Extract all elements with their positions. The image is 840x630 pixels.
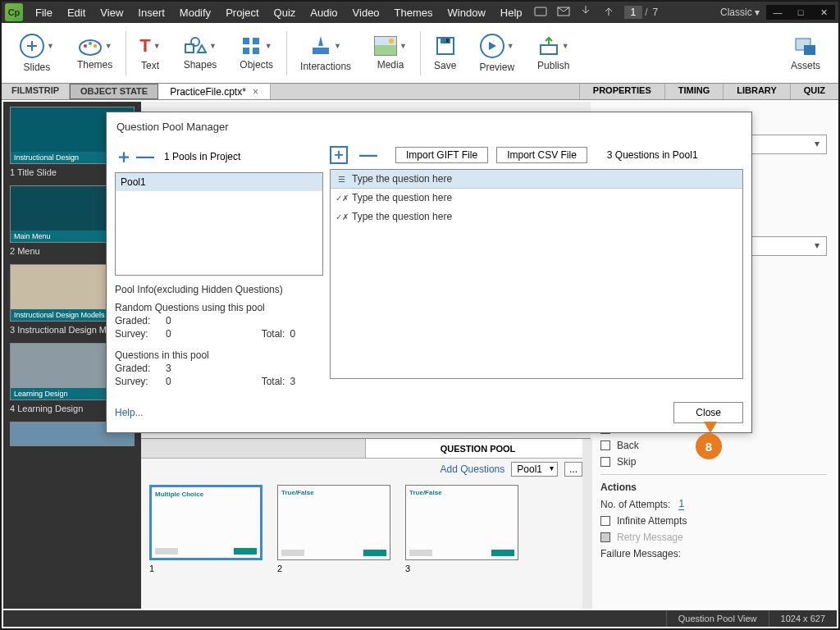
menu-project[interactable]: Project (218, 7, 266, 19)
svg-rect-18 (804, 45, 815, 55)
question-count-label: 3 Questions in Pool1 (607, 149, 698, 161)
menu-video[interactable]: Video (345, 7, 387, 19)
svg-rect-8 (243, 38, 249, 44)
page-current[interactable]: 1 (624, 6, 643, 19)
pool-row[interactable]: Pool1 (116, 173, 322, 191)
tab-timeline[interactable] (141, 439, 366, 458)
svg-rect-9 (253, 38, 259, 44)
menu-insert[interactable]: Insert (130, 7, 172, 19)
pool-count-label: 1 Pools in Project (164, 151, 240, 162)
ribbon-objects[interactable]: ▼ Objects (228, 27, 285, 80)
tab-object-state[interactable]: OBJECT STATE (70, 84, 158, 99)
question-row[interactable]: ☰Type the question here (331, 170, 742, 189)
pool-more-button[interactable]: ... (564, 462, 582, 477)
list-icon: ☰ (336, 175, 347, 184)
question-list[interactable]: ☰Type the question here ✓✗Type the quest… (330, 169, 743, 379)
bottom-dock: QUESTION POOL Add Questions Pool1 ... Mu… (141, 438, 591, 609)
ribbon-slides[interactable]: ▼ Slides (8, 27, 66, 80)
sync-icon[interactable] (534, 5, 549, 20)
ribbon-assets[interactable]: Assets (779, 27, 832, 80)
workspace-selector[interactable]: Classic ▾ (720, 7, 760, 18)
ribbon-interactions-label: Interactions (300, 61, 351, 72)
svg-rect-14 (441, 38, 450, 43)
ribbon-preview-label: Preview (479, 62, 514, 73)
menu-modify[interactable]: Modify (172, 7, 218, 19)
ribbon-publish-label: Publish (537, 60, 569, 71)
ribbon-shapes[interactable]: ▼ Shapes (172, 27, 229, 80)
svg-rect-11 (253, 48, 259, 54)
menu-view[interactable]: View (93, 7, 130, 19)
question-row[interactable]: ✓✗Type the question here (331, 208, 742, 226)
svg-rect-15 (446, 39, 449, 43)
minimize-button[interactable]: — (766, 5, 789, 20)
plus-circle-icon (20, 34, 44, 58)
ribbon-media-label: Media (377, 59, 404, 71)
app-logo: Cp (5, 3, 23, 21)
close-file-icon[interactable]: × (253, 86, 258, 98)
menu-file[interactable]: File (28, 7, 60, 19)
menu-themes[interactable]: Themes (387, 7, 441, 19)
maximize-button[interactable]: □ (789, 5, 812, 20)
svg-rect-12 (313, 48, 329, 54)
help-link[interactable]: Help... (115, 407, 144, 418)
close-button[interactable]: Close (673, 402, 743, 423)
ribbon-media[interactable]: ▼ Media (363, 27, 418, 80)
chk-infinite[interactable]: Infinite Attempts (600, 515, 827, 527)
menu-audio[interactable]: Audio (303, 7, 345, 19)
add-question-button[interactable]: ＋ (330, 146, 348, 164)
dialog-title: Question Pool Manager (107, 112, 751, 141)
ribbon-preview[interactable]: ▼ Preview (468, 27, 526, 80)
save-icon (435, 35, 456, 57)
page-total: 7 (653, 7, 659, 18)
question-thumb-1[interactable]: Multiple Choice 1 (149, 485, 262, 573)
add-pool-button[interactable]: ＋ (115, 144, 133, 169)
play-icon (480, 34, 504, 58)
tab-filmstrip[interactable]: FILMSTRIP (2, 84, 70, 99)
question-row[interactable]: ✓✗Type the question here (331, 189, 742, 208)
text-icon: T (139, 35, 150, 57)
checks-icon: ✓✗ (336, 194, 347, 203)
step-number: 8 (696, 433, 722, 459)
pool-selector[interactable]: Pool1 (511, 462, 558, 477)
tab-question-pool[interactable]: QUESTION POOL (366, 439, 591, 458)
ribbon-objects-label: Objects (240, 59, 273, 71)
scrollbar[interactable] (582, 439, 592, 609)
menu-help[interactable]: Help (493, 7, 530, 19)
ribbon-interactions[interactable]: ▼ Interactions (289, 27, 363, 80)
ribbon-text[interactable]: T▼ Text (128, 27, 171, 80)
attempts-value[interactable]: 1 (678, 498, 684, 510)
close-window-button[interactable]: ✕ (812, 5, 835, 20)
shapes-icon (184, 36, 207, 56)
remove-question-button[interactable]: — (359, 144, 377, 166)
ribbon-text-label: Text (141, 60, 159, 71)
menu-edit[interactable]: Edit (60, 7, 93, 19)
menu-quiz[interactable]: Quiz (267, 7, 304, 19)
pool-list[interactable]: Pool1 (115, 172, 323, 276)
ribbon-save[interactable]: Save (422, 27, 468, 80)
failure-label: Failure Messages: (600, 548, 827, 559)
ribbon-publish[interactable]: ▼ Publish (526, 27, 581, 80)
import-gift-button[interactable]: Import GIFT File (395, 147, 488, 163)
menu-window[interactable]: Window (441, 7, 493, 19)
svg-point-7 (191, 38, 199, 46)
ribbon-themes-label: Themes (77, 59, 112, 71)
download-icon[interactable] (580, 5, 595, 20)
palette-icon (78, 36, 103, 56)
svg-rect-10 (243, 48, 249, 54)
tab-file[interactable]: PracticeFile.cptx*× (158, 84, 271, 99)
add-questions-link[interactable]: Add Questions (441, 463, 505, 475)
chk-retry: Retry Message (600, 532, 827, 543)
remove-pool-button[interactable]: — (136, 146, 154, 167)
ribbon-themes[interactable]: ▼ Themes (66, 27, 124, 80)
question-thumb-2[interactable]: True/False 2 (277, 485, 390, 573)
import-csv-button[interactable]: Import CSV File (496, 147, 587, 163)
mail-icon[interactable] (557, 5, 572, 20)
thumb-caption: 2 (277, 564, 390, 573)
tab-quiz[interactable]: QUIZ (790, 84, 838, 99)
tab-library[interactable]: LIBRARY (723, 84, 789, 99)
question-thumb-3[interactable]: True/False 3 (405, 485, 518, 573)
ribbon-shapes-label: Shapes (184, 59, 217, 71)
tab-properties[interactable]: PROPERTIES (579, 84, 664, 99)
tab-timing[interactable]: TIMING (664, 84, 724, 99)
upload-icon[interactable] (603, 5, 618, 20)
